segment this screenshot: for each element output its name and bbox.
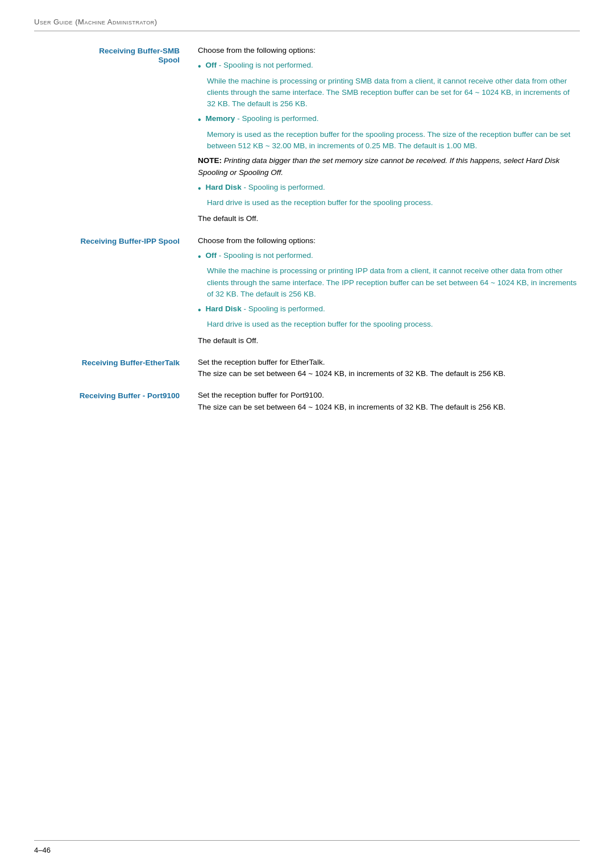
page-number: 4–46 (34, 846, 51, 854)
ipp-harddisk-detail: Hard drive is used as the reception buff… (207, 319, 580, 330)
ethertalk-set-text: Set the reception buffer for EtherTalk. (198, 357, 580, 368)
ipp-spool-label: Receiving Buffer-IPP Spool (34, 235, 193, 347)
ipp-choose-text: Choose from the following options: (198, 235, 580, 247)
ipp-option-off: • Off - Spooling is not performed. (198, 250, 580, 263)
ipp-option-harddisk: • Hard Disk - Spooling is performed. (198, 303, 580, 316)
ethertalk-desc: Set the reception buffer for EtherTalk. … (193, 357, 580, 380)
section-smb-spool: Receiving Buffer-SMB Spool Choose from t… (34, 45, 580, 225)
section-ethertalk: Receiving Buffer-EtherTalk Set the recep… (34, 357, 580, 380)
smb-default: The default is Off. (198, 213, 580, 224)
bullet-icon-3: • (198, 182, 201, 195)
smb-harddisk-content: Hard Disk - Spooling is performed. (206, 182, 325, 193)
smb-memory-detail: Memory is used as the reception buffer f… (207, 129, 580, 152)
smb-spool-label: Receiving Buffer-SMB Spool (34, 45, 193, 225)
port9100-desc: Set the reception buffer for Port9100. T… (193, 390, 580, 413)
bullet-icon-5: • (198, 304, 201, 316)
bullet-icon-2: • (198, 114, 201, 126)
section-ipp-spool: Receiving Buffer-IPP Spool Choose from t… (34, 235, 580, 347)
bullet-icon: • (198, 60, 201, 73)
page-footer: 4–46 (34, 840, 580, 854)
smb-spool-label-text: Receiving Buffer-SMB Spool (99, 47, 180, 64)
port9100-label-text: Receiving Buffer - Port9100 (80, 391, 180, 400)
smb-note: NOTE: Printing data bigger than the set … (198, 155, 580, 178)
port9100-detail: The size can be set between 64 ~ 1024 KB… (198, 402, 580, 413)
smb-spool-desc: Choose from the following options: • Off… (193, 45, 580, 225)
page: User Guide (Machine Administrator) Recei… (0, 0, 614, 868)
section-port9100: Receiving Buffer - Port9100 Set the rece… (34, 390, 580, 413)
ipp-off-detail: While the machine is processing or print… (207, 265, 580, 300)
ethertalk-detail: The size can be set between 64 ~ 1024 KB… (198, 368, 580, 379)
smb-option-memory: • Memory - Spooling is performed. (198, 113, 580, 126)
smb-option-off: • Off - Spooling is not performed. (198, 60, 580, 73)
ethertalk-label: Receiving Buffer-EtherTalk (34, 357, 193, 380)
port9100-set-text: Set the reception buffer for Port9100. (198, 390, 580, 401)
ethertalk-label-text: Receiving Buffer-EtherTalk (82, 358, 180, 367)
ipp-off-content: Off - Spooling is not performed. (206, 250, 313, 261)
bullet-icon-4: • (198, 251, 201, 263)
ipp-spool-desc: Choose from the following options: • Off… (193, 235, 580, 347)
ipp-harddisk-content: Hard Disk - Spooling is performed. (206, 303, 325, 315)
header-title: User Guide (Machine Administrator) (34, 18, 157, 26)
port9100-label: Receiving Buffer - Port9100 (34, 390, 193, 413)
smb-memory-content: Memory - Spooling is performed. (206, 113, 319, 124)
smb-off-content: Off - Spooling is not performed. (206, 60, 313, 71)
smb-option-harddisk: • Hard Disk - Spooling is performed. (198, 182, 580, 195)
ipp-default: The default is Off. (198, 335, 580, 347)
smb-choose-text: Choose from the following options: (198, 45, 580, 56)
smb-harddisk-detail: Hard drive is used as the reception buff… (207, 197, 580, 208)
page-header: User Guide (Machine Administrator) (34, 17, 580, 31)
ipp-spool-label-text: Receiving Buffer-IPP Spool (80, 237, 180, 245)
smb-off-detail: While the machine is processing or print… (207, 76, 580, 110)
